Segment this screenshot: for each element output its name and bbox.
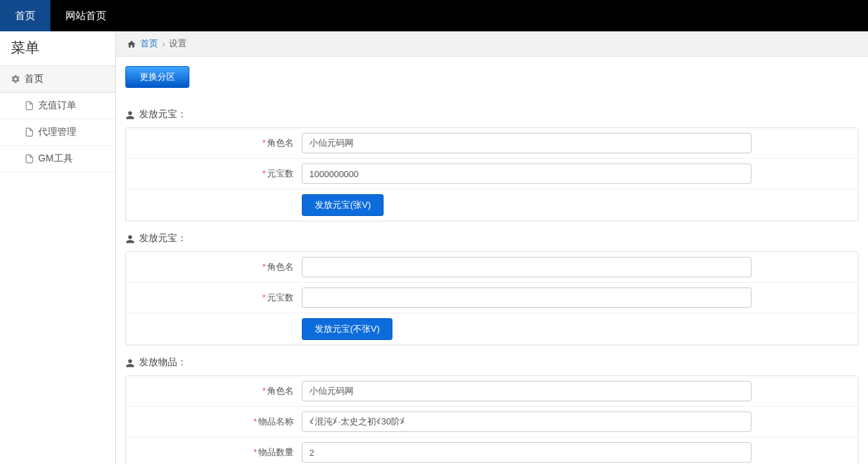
breadcrumb-home-link[interactable]: 首页 [140,37,158,50]
sidebar-group-home[interactable]: 首页 [0,65,115,93]
item-name-input[interactable] [302,412,751,432]
sidebar: 菜单 首页 充值订单 代理管理 GM工具 [0,31,116,464]
field-label: 角色名 [267,386,294,396]
sidebar-item-label: GM工具 [38,153,73,165]
grant-gold-v-button[interactable]: 发放元宝(张V) [302,194,384,216]
gear-icon [11,74,20,84]
file-icon [25,154,34,164]
field-label: 角色名 [267,262,294,272]
file-icon [25,127,34,137]
section-head-grant-gold-1: 发放元宝： [125,108,858,121]
role-name-input[interactable] [302,133,751,153]
breadcrumb-separator: › [162,39,165,49]
tab-home[interactable]: 首页 [0,0,50,31]
user-icon [125,109,135,120]
sidebar-item-label: 充值订单 [38,99,76,112]
item-role-name-input[interactable] [302,381,751,401]
sidebar-item-label: 代理管理 [38,126,76,138]
sidebar-title: 菜单 [0,31,115,65]
user-icon [125,357,135,368]
sidebar-item-recharge-orders[interactable]: 充值订单 [0,93,115,119]
grant-gold-nov-button[interactable]: 发放元宝(不张V) [302,318,392,340]
sidebar-item-gm-tools[interactable]: GM工具 [0,146,115,172]
breadcrumb: 首页 › 设置 [116,31,868,57]
field-label: 元宝数 [267,168,294,179]
field-label: 物品数量 [258,447,294,457]
field-label: 元宝数 [267,292,294,303]
section-head-grant-item: 发放物品： [125,356,858,369]
switch-area-button[interactable]: 更换分区 [125,66,189,88]
file-icon [25,101,34,110]
section-title: 发放元宝： [139,232,187,245]
gold-amount-input-2[interactable] [302,288,751,308]
user-icon [125,233,135,244]
field-label: 物品名称 [258,416,294,427]
item-quantity-input[interactable] [302,442,751,463]
content: 首页 › 设置 更换分区 发放元宝： *角色名 *元宝数 [116,31,868,464]
top-nav: 首页 网站首页 [0,0,868,31]
section-head-grant-gold-2: 发放元宝： [125,232,858,245]
field-label: 角色名 [267,138,294,148]
gold-amount-input[interactable] [302,164,751,184]
tab-site-home[interactable]: 网站首页 [50,0,121,31]
section-title: 发放元宝： [139,108,187,121]
role-name-input-2[interactable] [302,257,751,277]
section-title: 发放物品： [139,356,187,369]
home-icon [127,38,136,49]
breadcrumb-current: 设置 [169,37,187,50]
sidebar-group-label: 首页 [25,73,44,85]
sidebar-item-agent-management[interactable]: 代理管理 [0,119,115,146]
